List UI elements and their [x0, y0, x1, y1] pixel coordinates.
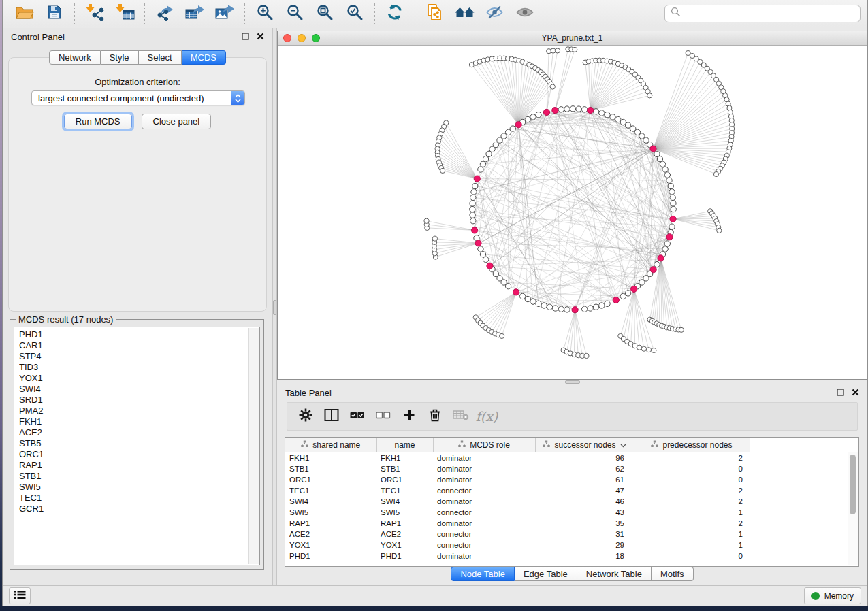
- network-leaf-node[interactable]: [440, 168, 445, 173]
- network-node[interactable]: [599, 110, 605, 116]
- table-row[interactable]: PHD1PHD1dominator180: [285, 550, 858, 561]
- mcds-result-item[interactable]: ORC1: [19, 449, 247, 460]
- network-node[interactable]: [662, 246, 668, 252]
- dominator-node[interactable]: [487, 263, 493, 269]
- tab-network-table[interactable]: Network Table: [577, 567, 652, 581]
- tab-edge-table[interactable]: Edge Table: [515, 567, 577, 581]
- network-node[interactable]: [662, 167, 668, 172]
- dominator-node[interactable]: [472, 227, 478, 233]
- run-mcds-button[interactable]: Run MCDS: [64, 114, 132, 129]
- network-canvas[interactable]: [278, 46, 867, 379]
- search-input[interactable]: [685, 7, 854, 19]
- network-leaf-node[interactable]: [584, 353, 589, 358]
- network-node[interactable]: [478, 246, 483, 252]
- network-node[interactable]: [581, 107, 587, 112]
- dominator-node[interactable]: [552, 108, 558, 114]
- network-node[interactable]: [480, 252, 485, 257]
- float-panel-icon[interactable]: [837, 388, 844, 398]
- mcds-result-item[interactable]: CAR1: [19, 340, 247, 351]
- export-table-button[interactable]: [180, 2, 210, 25]
- dominator-node[interactable]: [666, 234, 673, 240]
- network-node[interactable]: [478, 167, 483, 172]
- network-leaf-node[interactable]: [713, 171, 718, 176]
- mcds-result-item[interactable]: GCR1: [19, 503, 247, 514]
- dominator-node[interactable]: [588, 107, 594, 113]
- network-leaf-node[interactable]: [637, 345, 642, 350]
- open-session-button[interactable]: [10, 2, 39, 25]
- network-node[interactable]: [671, 206, 676, 212]
- tab-select[interactable]: Select: [139, 50, 182, 65]
- zoom-selected-button[interactable]: [340, 2, 370, 25]
- network-node[interactable]: [480, 161, 485, 167]
- network-node[interactable]: [525, 116, 530, 122]
- network-node[interactable]: [599, 303, 605, 308]
- network-node[interactable]: [671, 201, 676, 206]
- export-network-button[interactable]: [150, 2, 180, 25]
- network-node[interactable]: [470, 218, 476, 223]
- network-leaf-node[interactable]: [432, 236, 437, 241]
- network-node[interactable]: [605, 112, 610, 118]
- network-node[interactable]: [664, 172, 670, 178]
- network-leaf-node[interactable]: [550, 84, 555, 89]
- task-history-button[interactable]: [9, 587, 31, 604]
- network-node[interactable]: [553, 306, 558, 311]
- network-node[interactable]: [657, 156, 662, 161]
- delete-table-button[interactable]: [448, 406, 474, 427]
- close-panel-icon[interactable]: [852, 388, 859, 398]
- network-node[interactable]: [470, 195, 476, 200]
- network-node[interactable]: [558, 306, 564, 312]
- network-node[interactable]: [620, 293, 626, 299]
- mcds-result-item[interactable]: RAP1: [19, 460, 247, 471]
- mcds-result-item[interactable]: PHD1: [19, 329, 247, 340]
- mcds-result-item[interactable]: SRD1: [19, 395, 247, 406]
- network-leaf-node[interactable]: [647, 93, 652, 98]
- network-leaf-node[interactable]: [573, 47, 577, 52]
- network-node[interactable]: [536, 301, 541, 306]
- network-node[interactable]: [470, 201, 475, 206]
- vertical-splitter[interactable]: [272, 28, 277, 585]
- deselect-all-button[interactable]: [370, 406, 396, 427]
- network-node[interactable]: [536, 112, 541, 118]
- network-node[interactable]: [669, 224, 675, 229]
- dominator-node[interactable]: [543, 109, 549, 115]
- export-image-button[interactable]: [210, 2, 240, 25]
- dominator-node[interactable]: [631, 286, 637, 292]
- splitter-grip-icon[interactable]: [565, 380, 580, 384]
- mcds-result-item[interactable]: SWI5: [19, 482, 247, 493]
- network-node[interactable]: [530, 114, 536, 120]
- hide-panels-button[interactable]: [480, 2, 510, 25]
- mcds-result-item[interactable]: TID3: [19, 362, 247, 373]
- memory-button[interactable]: Memory: [804, 587, 861, 604]
- network-node[interactable]: [547, 304, 552, 310]
- dominator-node[interactable]: [658, 255, 664, 261]
- network-leaf-node[interactable]: [652, 348, 656, 352]
- network-leaf-node[interactable]: [679, 327, 684, 332]
- network-node[interactable]: [605, 301, 610, 306]
- tab-motifs[interactable]: Motifs: [652, 567, 694, 581]
- network-leaf-node[interactable]: [500, 333, 504, 338]
- network-node[interactable]: [510, 126, 515, 131]
- select-all-button[interactable]: [344, 406, 370, 427]
- zoom-in-button[interactable]: [250, 2, 280, 25]
- network-node[interactable]: [664, 241, 670, 246]
- column-header-predecessor-nodes[interactable]: predecessor nodes: [634, 438, 750, 452]
- zoom-fit-button[interactable]: [310, 2, 340, 25]
- table-settings-button[interactable]: [293, 406, 319, 427]
- refresh-view-button[interactable]: [380, 2, 410, 25]
- table-row[interactable]: FKH1FKH1dominator962: [285, 452, 858, 464]
- column-header-name[interactable]: name: [376, 438, 433, 452]
- network-node[interactable]: [666, 178, 672, 183]
- dominator-node[interactable]: [474, 176, 480, 182]
- network-leaf-node[interactable]: [641, 346, 646, 351]
- network-node[interactable]: [581, 306, 587, 312]
- dominator-node[interactable]: [670, 216, 676, 222]
- dominator-node[interactable]: [572, 307, 578, 313]
- column-header-shared-name[interactable]: shared name: [285, 438, 376, 452]
- dominator-node[interactable]: [613, 297, 619, 303]
- table-row[interactable]: YOX1YOX1connector291: [285, 540, 858, 550]
- mcds-result-item[interactable]: TEC1: [19, 493, 247, 503]
- mcds-result-item[interactable]: FKH1: [19, 416, 247, 427]
- close-window-icon[interactable]: [283, 34, 291, 42]
- network-leaf-node[interactable]: [717, 228, 722, 233]
- network-window-titlebar[interactable]: YPA_prune.txt_1: [278, 31, 867, 46]
